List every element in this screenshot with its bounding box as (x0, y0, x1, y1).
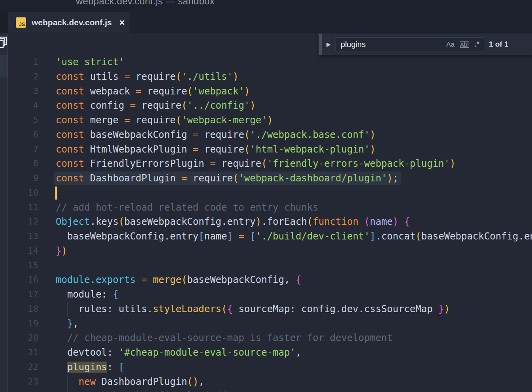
code-line[interactable]: 6const baseWebpackConfig = require('./we… (8, 128, 532, 142)
regex-icon[interactable]: .* (474, 41, 480, 48)
code-line-content[interactable]: const HtmlWebpackPlugin = require('html-… (40, 142, 532, 157)
line-number[interactable]: 19 (8, 317, 40, 331)
indent-guide (56, 229, 56, 244)
code-line-content[interactable]: const DashboardPlugin = require('webpack… (40, 171, 532, 186)
code-line[interactable]: 3const webpack = require('webpack') (8, 84, 532, 99)
code-line-content[interactable]: // cheap-module-eval-source-map is faste… (40, 331, 532, 345)
code-line[interactable]: 18 rules: utils.styleLoaders({ sourceMap… (8, 302, 532, 317)
code-line[interactable]: 12Object.keys(baseWebpackConfig.entry).f… (8, 215, 532, 229)
code-line-content[interactable]: 'use strict' (40, 55, 532, 70)
code-line[interactable]: 11// add hot-reload related code to entr… (8, 200, 532, 215)
line-number[interactable]: 7 (8, 142, 40, 157)
code-line-content[interactable] (40, 258, 532, 273)
code-line[interactable]: 23 new DashboardPlugin(), (8, 375, 532, 389)
line-number[interactable]: 5 (8, 113, 40, 128)
indent-guide (56, 389, 56, 392)
code-line-content[interactable]: rules: utils.styleLoaders({ sourceMap: c… (40, 302, 532, 317)
code-line[interactable]: 7const HtmlWebpackPlugin = require('html… (8, 142, 532, 157)
code-line-content[interactable] (40, 186, 532, 200)
code-line[interactable]: 2const utils = require('./utils') (8, 70, 532, 84)
code-line-content[interactable]: const webpack = require('webpack') (40, 84, 532, 99)
find-widget: ▶ plugins Aa Abl .* 1 of 1 (319, 34, 532, 55)
find-input[interactable]: plugins Aa Abl .* (336, 37, 484, 51)
line-number[interactable]: 8 (8, 156, 40, 171)
find-query-text[interactable]: plugins (341, 40, 447, 49)
line-number[interactable]: 18 (8, 302, 40, 317)
line-number[interactable]: 15 (8, 258, 40, 273)
code-line-content[interactable]: module: { (40, 287, 532, 302)
code-line-content[interactable]: const config = require('../config') (40, 98, 532, 113)
indent-guide (56, 345, 56, 360)
title-bar: webpack.dev.conf.js — sandbox (0, 0, 532, 12)
code-line-content[interactable]: new webpack.DefinePlugin({ (40, 389, 532, 392)
line-number[interactable]: 2 (8, 70, 40, 84)
close-tab-icon[interactable]: ✕ (119, 18, 125, 27)
code-line[interactable]: 21 devtool: '#cheap-module-eval-source-m… (8, 345, 532, 360)
code-line-content[interactable]: const merge = require('webpack-merge') (40, 113, 532, 128)
indent-guide (67, 375, 68, 389)
code-line[interactable]: 13 baseWebpackConfig.entry[name] = ['./b… (8, 229, 532, 244)
line-number[interactable]: 13 (8, 229, 40, 244)
indent-guide (56, 331, 56, 345)
code-line-content[interactable]: plugins: [ (40, 360, 532, 375)
code-line[interactable]: 10 (8, 186, 532, 200)
code-line[interactable]: 5const merge = require('webpack-merge') (8, 113, 532, 128)
code-line-content[interactable]: const baseWebpackConfig = require('./web… (40, 128, 532, 142)
text-cursor (55, 187, 57, 200)
whole-word-icon[interactable]: Abl (460, 41, 469, 48)
code-line-content[interactable]: devtool: '#cheap-module-eval-source-map'… (40, 345, 532, 360)
line-number[interactable]: 21 (8, 345, 40, 360)
code-line-content[interactable]: Object.keys(baseWebpackConfig.entry).for… (40, 215, 532, 229)
code-line-content[interactable]: }, (40, 317, 532, 331)
line-number[interactable]: 1 (8, 55, 40, 70)
find-widget-sash[interactable] (319, 34, 322, 55)
code-line[interactable]: 8const FriendlyErrorsPlugin = require('f… (8, 156, 532, 171)
selection-highlight: const DashboardPlugin = require('webpack… (54, 172, 401, 185)
line-number[interactable]: 17 (8, 287, 40, 302)
code-line[interactable]: 22 plugins: [ (8, 360, 532, 375)
code-line[interactable]: 16module.exports = merge(baseWebpackConf… (8, 273, 532, 287)
find-expand-chevron-icon[interactable]: ▶ (326, 41, 331, 47)
tab-label: webpack.dev.conf.js (32, 18, 112, 27)
line-number[interactable]: 4 (8, 98, 40, 113)
line-number[interactable]: 9 (8, 171, 40, 186)
code-line[interactable]: 4const config = require('../config') (8, 98, 532, 113)
rail-selected-block (0, 55, 8, 77)
code-line-content[interactable]: new DashboardPlugin(), (40, 375, 532, 389)
line-number[interactable]: 3 (8, 84, 40, 99)
line-number[interactable]: 6 (8, 128, 40, 142)
line-number[interactable]: 20 (8, 331, 40, 345)
editor[interactable]: ▶ plugins Aa Abl .* 1 of 1 1'use strict'… (8, 34, 532, 392)
tab-bar-corner (0, 12, 8, 33)
line-number[interactable]: 14 (8, 244, 40, 258)
code-line[interactable]: 1'use strict' (8, 55, 532, 70)
code-line[interactable]: 15 (8, 258, 532, 273)
code-area: 1'use strict'2const utils = require('./u… (8, 55, 532, 392)
line-number[interactable]: 10 (8, 186, 40, 200)
line-number[interactable]: 24 (8, 389, 40, 392)
line-number[interactable]: 16 (8, 273, 40, 287)
line-number[interactable]: 22 (8, 360, 40, 375)
code-line[interactable]: 14}) (8, 244, 532, 258)
indent-guide (67, 389, 68, 392)
tab-webpack-dev-conf[interactable]: JS webpack.dev.conf.js ✕ (8, 12, 130, 33)
indent-guide (56, 287, 56, 302)
js-file-icon-text: JS (19, 22, 25, 27)
code-line[interactable]: 24 new webpack.DefinePlugin({ (8, 389, 532, 392)
code-line-content[interactable]: }) (40, 244, 532, 258)
code-line-content[interactable]: // add hot-reload related code to entry … (40, 200, 532, 215)
line-number[interactable]: 23 (8, 375, 40, 389)
code-line[interactable]: 19 }, (8, 317, 532, 331)
code-line[interactable]: 20 // cheap-module-eval-source-map is fa… (8, 331, 532, 345)
line-number[interactable]: 11 (8, 200, 40, 215)
code-line-content[interactable]: module.exports = merge(baseWebpackConfig… (40, 273, 532, 287)
search-match-highlight: plugins (67, 362, 107, 373)
code-line-content[interactable]: const utils = require('./utils') (40, 70, 532, 84)
code-line-content[interactable]: baseWebpackConfig.entry[name] = ['./buil… (40, 229, 532, 244)
match-case-icon[interactable]: Aa (446, 41, 455, 48)
code-line-content[interactable]: const FriendlyErrorsPlugin = require('fr… (40, 156, 532, 171)
layers-icon[interactable] (0, 36, 8, 49)
code-line[interactable]: 17 module: { (8, 287, 532, 302)
code-line[interactable]: 9const DashboardPlugin = require('webpac… (8, 171, 532, 186)
line-number[interactable]: 12 (8, 215, 40, 229)
